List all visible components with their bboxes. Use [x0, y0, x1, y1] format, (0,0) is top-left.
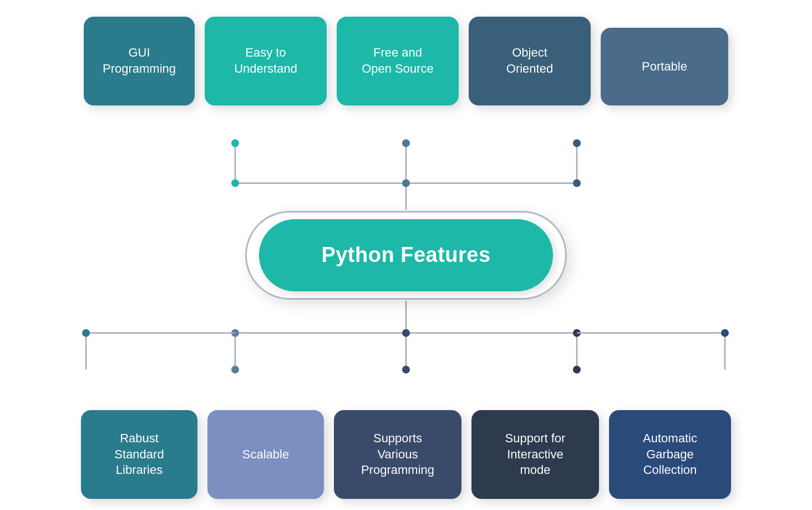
- diagram-container: GUI Programming Easy toUnderstand Free a…: [0, 0, 812, 510]
- feature-box-supports: SupportsVariousProgramming: [334, 410, 461, 499]
- feature-box-robust: RabustStandardLibraries: [81, 410, 197, 499]
- feature-box-garbage: AutomaticGarbageCollection: [609, 410, 731, 499]
- feature-label-free: Free andOpen Source: [362, 45, 434, 77]
- svg-point-6: [402, 179, 410, 187]
- center-pill-outer: Python Features: [245, 211, 567, 300]
- top-item-free: Free andOpen Source: [337, 17, 459, 105]
- feature-box-portable: Portable: [601, 28, 728, 105]
- feature-label-oop: ObjectOriented: [506, 45, 553, 77]
- svg-point-10: [573, 139, 581, 147]
- center-area: Python Features: [245, 211, 567, 300]
- feature-box-interactive: Support forInteractivemode: [471, 410, 599, 499]
- feature-label-interactive: Support forInteractivemode: [505, 431, 566, 478]
- feature-box-gui: GUI Programming: [84, 17, 195, 105]
- top-item-easy: Easy toUnderstand: [205, 17, 327, 105]
- center-pill-inner: Python Features: [259, 219, 553, 291]
- feature-label-supports: SupportsVariousProgramming: [361, 431, 434, 478]
- feature-box-oop: ObjectOriented: [469, 17, 591, 105]
- svg-point-14: [231, 329, 239, 337]
- feature-box-free: Free andOpen Source: [337, 17, 459, 105]
- center-label: Python Features: [321, 243, 490, 267]
- top-row: GUI Programming Easy toUnderstand Free a…: [18, 17, 794, 105]
- feature-box-easy: Easy toUnderstand: [205, 17, 327, 105]
- top-item-portable: Portable: [601, 28, 728, 105]
- bottom-item-robust: RabustStandardLibraries: [81, 410, 197, 499]
- svg-point-18: [402, 366, 410, 373]
- feature-label-easy: Easy toUnderstand: [234, 45, 297, 77]
- svg-point-20: [573, 329, 581, 337]
- svg-point-4: [231, 139, 239, 147]
- bottom-item-garbage: AutomaticGarbageCollection: [609, 410, 731, 499]
- feature-label-garbage: AutomaticGarbageCollection: [643, 431, 697, 478]
- svg-point-24: [82, 329, 90, 337]
- top-item-oop: ObjectOriented: [469, 17, 591, 105]
- top-item-gui: GUI Programming: [84, 17, 195, 105]
- feature-label-robust: RabustStandardLibraries: [114, 431, 164, 478]
- svg-point-15: [231, 366, 239, 373]
- svg-point-21: [573, 366, 581, 373]
- bottom-item-scalable: Scalable: [207, 410, 324, 499]
- bottom-item-supports: SupportsVariousProgramming: [334, 410, 461, 499]
- svg-point-27: [721, 329, 729, 337]
- svg-point-7: [402, 139, 410, 147]
- feature-box-scalable: Scalable: [207, 410, 324, 499]
- svg-point-17: [402, 329, 410, 337]
- svg-point-3: [231, 179, 239, 187]
- feature-label-scalable: Scalable: [242, 447, 289, 463]
- feature-label-gui: GUI Programming: [94, 45, 185, 77]
- svg-point-9: [573, 179, 581, 187]
- feature-label-portable: Portable: [642, 59, 687, 75]
- bottom-row: RabustStandardLibraries Scalable Support…: [18, 410, 794, 499]
- bottom-item-interactive: Support forInteractivemode: [471, 410, 599, 499]
